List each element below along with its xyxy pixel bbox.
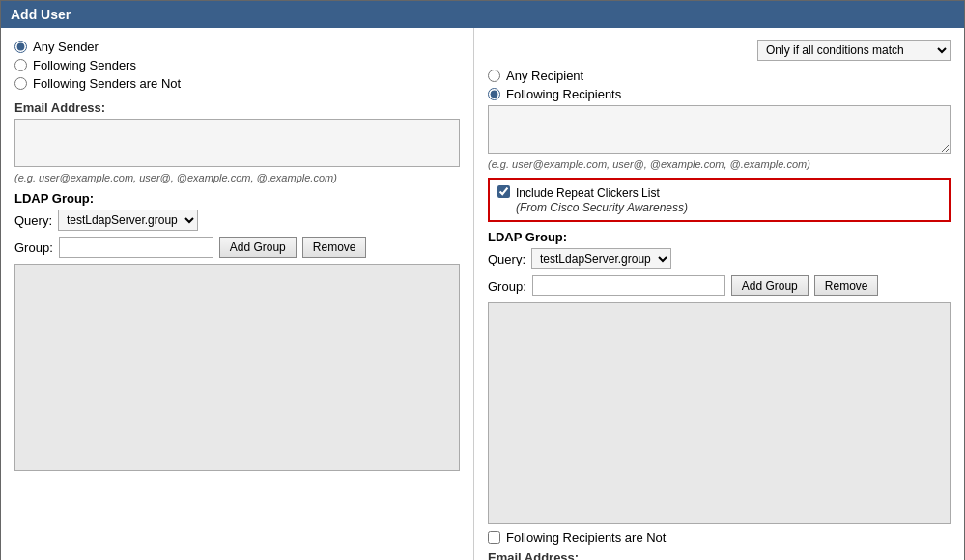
left-panel: Any Sender Following Senders Following S… [1, 28, 474, 560]
group-input[interactable] [59, 237, 213, 258]
right-group-label: Group: [488, 279, 526, 294]
following-senders-not-radio[interactable] [14, 77, 27, 90]
any-sender-label[interactable]: Any Sender [33, 40, 99, 54]
right-ldap-section: LDAP Group: Query: testLdapServer.group … [488, 230, 951, 524]
right-email-hint: (e.g. user@example.com, user@, @example.… [488, 158, 951, 170]
following-recipients-not-label[interactable]: Following Recipients are Not [506, 530, 666, 545]
query-label: Query: [14, 213, 52, 228]
dialog-body: Any Sender Following Senders Following S… [1, 28, 964, 560]
group-label: Group: [14, 240, 53, 255]
following-recipients-not-row: Following Recipients are Not [488, 530, 951, 545]
conditions-select[interactable]: Only if all conditions match [757, 40, 951, 61]
right-email-address-label: Email Address: [488, 550, 951, 560]
include-repeat-sublabel: (From Cisco Security Awareness) [516, 201, 688, 214]
following-recipients-row: Following Recipients [488, 87, 951, 101]
right-query-row: Query: testLdapServer.group [488, 248, 951, 269]
any-recipient-row: Any Recipient [488, 69, 951, 83]
remove-button[interactable]: Remove [302, 237, 367, 258]
following-senders-label[interactable]: Following Senders [33, 58, 136, 72]
following-senders-radio[interactable] [14, 59, 27, 71]
following-recipients-label[interactable]: Following Recipients [506, 87, 621, 101]
following-senders-not-row: Following Senders are Not [14, 76, 460, 91]
following-senders-not-label[interactable]: Following Senders are Not [33, 76, 181, 91]
dialog-title: Add User [1, 1, 964, 28]
dialog-title-text: Add User [11, 7, 71, 22]
email-address-label: Email Address: [14, 100, 460, 115]
right-ldap-group-label: LDAP Group: [488, 230, 951, 244]
following-recipients-not-checkbox[interactable] [488, 531, 500, 544]
query-row: Query: testLdapServer.group [14, 210, 460, 231]
any-sender-radio[interactable] [14, 41, 27, 53]
ldap-query-select[interactable]: testLdapServer.group [58, 210, 198, 231]
following-recipients-radio[interactable] [488, 88, 500, 100]
include-label-group: Include Repeat Clickers List (From Cisco… [516, 185, 688, 214]
any-recipient-label[interactable]: Any Recipient [506, 69, 583, 83]
right-query-label: Query: [488, 252, 525, 266]
right-group-row: Group: Add Group Remove [488, 275, 951, 296]
right-group-input[interactable] [532, 275, 725, 296]
left-groups-list [14, 264, 460, 471]
left-ldap-section: LDAP Group: Query: testLdapServer.group … [14, 191, 460, 471]
right-remove-button[interactable]: Remove [814, 275, 879, 296]
include-repeat-label[interactable]: Include Repeat Clickers List [516, 186, 660, 200]
ldap-group-label: LDAP Group: [14, 191, 460, 206]
email-address-input[interactable] [14, 119, 460, 167]
email-hint: (e.g. user@example.com, user@, @example.… [14, 172, 460, 183]
following-senders-row: Following Senders [14, 58, 460, 72]
right-panel: Only if all conditions match Any Recipie… [474, 28, 964, 560]
right-groups-list [488, 302, 951, 524]
right-email-input[interactable] [488, 105, 951, 154]
right-add-group-button[interactable]: Add Group [731, 275, 809, 296]
right-ldap-query-select[interactable]: testLdapServer.group [531, 248, 671, 269]
any-sender-row: Any Sender [14, 40, 460, 54]
include-repeat-checkbox[interactable] [497, 185, 510, 198]
conditions-row: Only if all conditions match [488, 40, 951, 61]
add-group-button[interactable]: Add Group [219, 237, 297, 258]
group-row: Group: Add Group Remove [14, 237, 460, 258]
any-recipient-radio[interactable] [488, 70, 500, 82]
add-user-dialog: Add User Any Sender Following Senders Fo… [0, 0, 965, 560]
include-repeat-clickers-box: Include Repeat Clickers List (From Cisco… [488, 178, 951, 222]
